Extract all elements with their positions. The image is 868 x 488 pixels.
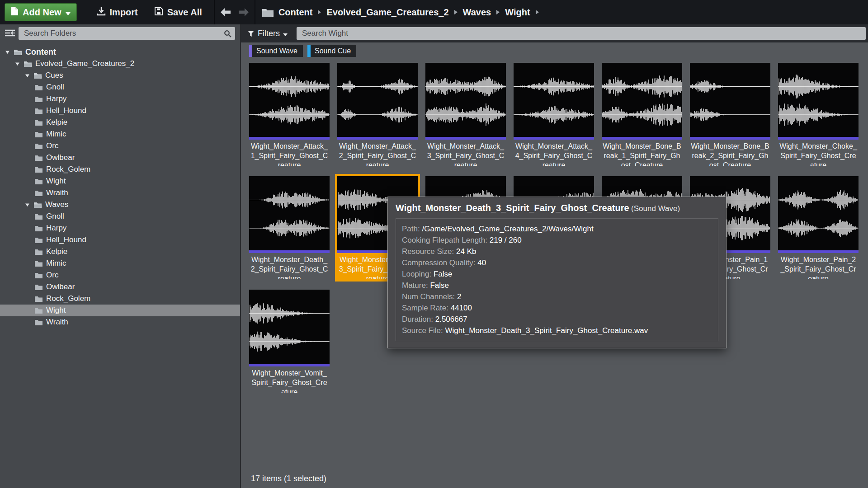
- asset-name: Wight_Monster_Attack_4_Spirit_Fairy_Ghos…: [514, 140, 594, 166]
- waveform-image: [425, 63, 506, 137]
- waveform-image: [690, 63, 770, 137]
- waveform-image: [514, 63, 594, 137]
- filter-chip-sound-wave[interactable]: Sound Wave: [249, 45, 303, 57]
- folder-icon: [34, 272, 43, 279]
- back-button[interactable]: [217, 0, 235, 24]
- folder-icon: [34, 143, 43, 150]
- add-new-label: Add New: [23, 7, 61, 18]
- asset-tile-wight-monster-choke-spirit-fairy-ghost-creature[interactable]: Wight_Monster_Choke_Spirit_Fairy_Ghost_C…: [778, 63, 859, 166]
- tree-item-evolved-game-creatures-2[interactable]: Evolved_Game_Creatures_2: [0, 58, 240, 70]
- tree-item-wraith[interactable]: Wraith: [0, 316, 240, 328]
- asset-tile-wight-monster-bone-break-2-spirit-fairy-ghost-creature[interactable]: Wight_Monster_Bone_Break_2_Spirit_Fairy_…: [690, 63, 770, 166]
- tree-item-hell-hound[interactable]: Hell_Hound: [0, 234, 240, 246]
- item-count-status: 17 items (1 selected): [251, 474, 326, 483]
- folder-search-input[interactable]: [19, 29, 235, 38]
- tooltip-row-label: Sample Rate:: [402, 304, 448, 312]
- tooltip-row: Compression Quality: 40: [402, 257, 712, 268]
- tree-item-label: Hell_Hound: [46, 235, 86, 244]
- tree-item-label: Harpy: [46, 224, 66, 233]
- expander-icon[interactable]: [5, 50, 10, 54]
- tree-item-content[interactable]: Content: [0, 46, 240, 58]
- tree-item-label: Kelpie: [46, 247, 67, 256]
- tree-item-gnoll[interactable]: Gnoll: [0, 211, 240, 222]
- tooltip-row-label: Duration:: [402, 315, 433, 324]
- tree-item-harpy[interactable]: Harpy: [0, 93, 240, 105]
- tree-item-rock-golem[interactable]: Rock_Golem: [0, 164, 240, 175]
- chevron-down-icon: [66, 7, 71, 18]
- tree-item-kelpie[interactable]: Kelpie: [0, 117, 240, 128]
- asset-tile-wight-monster-attack-1-spirit-fairy-ghost-creature[interactable]: Wight_Monster_Attack_1_Spirit_Fairy_Ghos…: [249, 63, 330, 166]
- tree-item-label: Orc: [46, 141, 58, 150]
- breadcrumb-item-content[interactable]: Content: [278, 7, 313, 18]
- top-toolbar: Add New Import Save All ContentEvolved_G…: [0, 0, 868, 24]
- expander-icon[interactable]: [14, 62, 20, 66]
- tooltip-row-label: Resource Size:: [402, 247, 454, 256]
- folder-icon: [34, 166, 43, 173]
- asset-name: Wight_Monster_Attack_3_Spirit_Fairy_Ghos…: [425, 140, 506, 166]
- chevron-down-icon: [283, 29, 288, 38]
- folder-icon: [33, 72, 42, 79]
- asset-tile-wight-monster-pain-2-spirit-fairy-ghost-creature[interactable]: Wight_Monster_Pain_2_Spirit_Fairy_Ghost_…: [778, 176, 859, 279]
- asset-tile-wight-monster-attack-2-spirit-fairy-ghost-creature[interactable]: Wight_Monster_Attack_2_Spirit_Fairy_Ghos…: [337, 63, 418, 166]
- asset-search-field: [297, 27, 866, 40]
- tree-item-label: Gnoll: [46, 212, 64, 221]
- tooltip-row-label: Looping:: [402, 270, 431, 278]
- tree-item-owlbear[interactable]: Owlbear: [0, 281, 240, 293]
- tree-item-cues[interactable]: Cues: [0, 70, 240, 81]
- folder-icon: [34, 119, 43, 126]
- import-button[interactable]: Import: [89, 0, 146, 24]
- asset-tile-wight-monster-death-2-spirit-fairy-ghost-creature[interactable]: Wight_Monster_Death_2_Spirit_Fairy_Ghost…: [249, 176, 330, 279]
- sound-wave-thumbnail: [337, 63, 418, 140]
- breadcrumb-separator-icon: [496, 9, 500, 15]
- tree-item-hell-hound[interactable]: Hell_Hound: [0, 105, 240, 117]
- tree-item-waves[interactable]: Waves: [0, 199, 240, 211]
- sources-panel-toggle[interactable]: [4, 29, 16, 38]
- asset-tile-wight-monster-attack-4-spirit-fairy-ghost-creature[interactable]: Wight_Monster_Attack_4_Spirit_Fairy_Ghos…: [514, 63, 594, 166]
- breadcrumb-item-evolved-game-creatures-2[interactable]: Evolved_Game_Creatures_2: [326, 7, 448, 18]
- tree-item-wight[interactable]: Wight: [0, 305, 240, 316]
- asset-name: Wight_Monster_Pain_2_Spirit_Fairy_Ghost_…: [778, 253, 859, 279]
- breadcrumb-item-waves[interactable]: Waves: [463, 7, 491, 18]
- tree-item-wight[interactable]: Wight: [0, 175, 240, 187]
- asset-tile-wight-monster-bone-break-1-spirit-fairy-ghost-creature[interactable]: Wight_Monster_Bone_Break_1_Spirit_Fairy_…: [602, 63, 682, 166]
- tree-item-mimic[interactable]: Mimic: [0, 258, 240, 269]
- tooltip-row-value: False: [434, 270, 453, 278]
- asset-tile-wight-monster-attack-3-spirit-fairy-ghost-creature[interactable]: Wight_Monster_Attack_3_Spirit_Fairy_Ghos…: [425, 63, 506, 166]
- tree-item-harpy[interactable]: Harpy: [0, 222, 240, 234]
- waveform-image: [778, 63, 859, 137]
- tooltip-row: Cooking Filepath Length: 219 / 260: [402, 235, 712, 246]
- asset-tile-wight-monster-vomit-spirit-fairy-ghost-creature[interactable]: Wight_Monster_Vomit_Spirit_Fairy_Ghost_C…: [249, 290, 330, 393]
- expander-icon[interactable]: [24, 203, 30, 207]
- breadcrumb-separator-icon: [535, 9, 539, 15]
- tooltip-row-value: 24 Kb: [456, 247, 476, 256]
- tree-item-label: Rock_Golem: [46, 294, 90, 303]
- expander-icon[interactable]: [24, 74, 30, 78]
- tree-item-label: Owlbear: [46, 282, 75, 291]
- tree-item-kelpie[interactable]: Kelpie: [0, 246, 240, 258]
- add-new-button[interactable]: Add New: [5, 3, 77, 21]
- tree-item-rock-golem[interactable]: Rock_Golem: [0, 293, 240, 305]
- tree-item-mimic[interactable]: Mimic: [0, 128, 240, 140]
- tooltip-row-value: 2.506667: [435, 315, 467, 324]
- panel-divider[interactable]: [240, 24, 241, 488]
- breadcrumb-item-wight[interactable]: Wight: [505, 7, 530, 18]
- folder-icon: [34, 296, 43, 302]
- save-all-label: Save All: [167, 7, 202, 18]
- tree-item-orc[interactable]: Orc: [0, 140, 240, 152]
- filter-funnel-icon: [247, 30, 255, 37]
- forward-button[interactable]: [235, 0, 253, 24]
- tooltip-body: Path: /Game/Evolved_Game_Creatures_2/Wav…: [396, 218, 718, 341]
- filters-button[interactable]: Filters: [241, 29, 293, 38]
- toolbar-separator: [214, 0, 215, 24]
- waveform-image: [778, 176, 859, 250]
- tree-item-gnoll[interactable]: Gnoll: [0, 81, 240, 93]
- asset-search-input[interactable]: [297, 29, 866, 38]
- tree-item-wraith[interactable]: Wraith: [0, 187, 240, 199]
- filter-chip-sound-cue[interactable]: Sound Cue: [307, 45, 356, 57]
- tree-item-owlbear[interactable]: Owlbear: [0, 152, 240, 164]
- filter-chips: Sound WaveSound Cue: [249, 45, 356, 57]
- tooltip-row: Resource Size: 24 Kb: [402, 246, 712, 257]
- tree-item-orc[interactable]: Orc: [0, 269, 240, 281]
- save-all-button[interactable]: Save All: [146, 0, 210, 24]
- waveform-image: [337, 63, 418, 137]
